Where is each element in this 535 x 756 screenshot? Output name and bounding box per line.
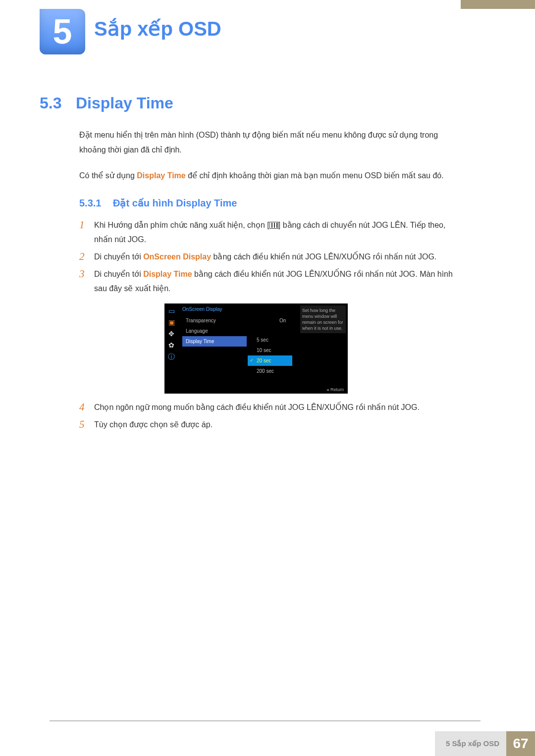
chapter-number-badge: 5 — [40, 9, 85, 54]
header-accent-bar — [461, 0, 535, 9]
section-title: Display Time — [76, 94, 173, 112]
bold-onscreen-display: OnScreen Display — [143, 252, 211, 261]
step-1: 1 Khi Hướng dẫn phím chức năng xuất hiện… — [79, 218, 466, 247]
footer: 5 Sắp xếp OSD 67 — [435, 731, 535, 756]
footer-chapter-label: 5 Sắp xếp OSD — [435, 731, 506, 756]
osd-option-20sec: 20 sec — [248, 355, 292, 366]
subsection-number: 5.3.1 — [79, 198, 101, 208]
menu-icon — [269, 222, 278, 229]
step-2: 2 Di chuyển tới OnScreen Display bằng cá… — [79, 250, 466, 264]
section-paragraph-2: Có thể sử dụng Display Time để chỉ định … — [79, 168, 466, 183]
osd-option-10sec: 10 sec — [248, 345, 292, 355]
step-number: 2 — [79, 250, 94, 264]
step-3: 3 Di chuyển tới Display Time bằng cách đ… — [79, 267, 466, 296]
subsection-title: Đặt cấu hình Display Time — [113, 198, 237, 208]
footer-divider — [50, 720, 481, 721]
steps-list-continued: 4 Chọn ngôn ngữ mong muốn bằng cách điều… — [79, 400, 466, 435]
text: để chỉ định khoảng thời gian mà bạn muốn… — [186, 171, 444, 180]
steps-list: 1 Khi Hướng dẫn phím chức năng xuất hiện… — [79, 218, 466, 299]
osd-header: OnScreen Display — [182, 306, 222, 312]
move-icon: ✥ — [168, 330, 174, 337]
bold-display-time: Display Time — [143, 270, 192, 278]
subsection-heading: 5.3.1 Đặt cấu hình Display Time — [79, 197, 237, 209]
step-text: Chọn ngôn ngữ mong muốn bằng cách điều k… — [94, 400, 466, 414]
step-text: Tùy chọn được chọn sẽ được áp. — [94, 417, 466, 432]
step-text: Di chuyển tới Display Time bằng cách điề… — [94, 267, 466, 296]
osd-menu: Transparency Language Display Time — [182, 315, 247, 347]
osd-item-language: Language — [182, 326, 247, 336]
step-text: Khi Hướng dẫn phím chức năng xuất hiện, … — [94, 218, 466, 247]
section-body: Đặt menu hiển thị trên màn hình (OSD) th… — [79, 128, 466, 183]
osd-help-text: Set how long the menu window will remain… — [300, 305, 346, 333]
osd-sidebar: ▭ ▣ ✥ ✿ ⓘ — [165, 304, 177, 360]
section-paragraph-1: Đặt menu hiển thị trên màn hình (OSD) th… — [79, 128, 466, 157]
step-4: 4 Chọn ngôn ngữ mong muốn bằng cách điều… — [79, 400, 466, 414]
chapter-title: Sắp xếp OSD — [94, 17, 221, 40]
osd-screenshot: ▭ ▣ ✥ ✿ ⓘ OnScreen Display Transparency … — [164, 303, 348, 394]
footer-page-number: 67 — [506, 731, 535, 756]
monitor-icon: ▭ — [168, 307, 175, 314]
picture-icon: ▣ — [168, 319, 175, 326]
gear-icon: ✿ — [168, 342, 174, 349]
step-number: 1 — [79, 218, 94, 247]
text: Có thể sử dụng — [79, 171, 137, 180]
step-number: 5 — [79, 417, 94, 432]
section-number: 5.3 — [40, 94, 61, 112]
step-number: 3 — [79, 267, 94, 296]
osd-option-5sec: 5 sec — [248, 335, 292, 345]
osd-transparency-value: On — [279, 318, 286, 323]
osd-item-transparency: Transparency — [182, 315, 247, 326]
step-number: 4 — [79, 400, 94, 414]
osd-return-label: Return — [326, 387, 344, 392]
section-heading: 5.3 Display Time — [40, 94, 173, 112]
osd-options: 5 sec 10 sec 20 sec 200 sec — [248, 335, 292, 376]
step-5: 5 Tùy chọn được chọn sẽ được áp. — [79, 417, 466, 432]
osd-option-200sec: 200 sec — [248, 366, 292, 376]
step-text: Di chuyển tới OnScreen Display bằng cách… — [94, 250, 466, 264]
osd-item-display-time: Display Time — [182, 336, 247, 347]
bold-display-time: Display Time — [137, 171, 185, 180]
info-icon: ⓘ — [168, 353, 175, 360]
